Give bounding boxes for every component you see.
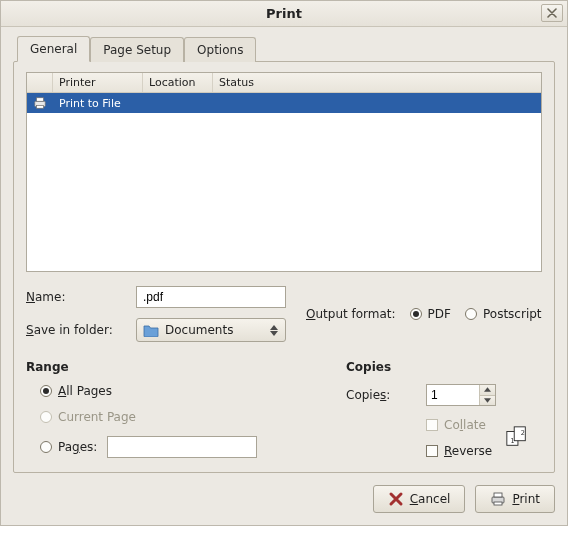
svg-rect-9 <box>494 502 502 505</box>
combo-arrows-icon <box>267 325 281 336</box>
close-button[interactable] <box>541 4 563 22</box>
radio-postscript[interactable]: Postscript <box>465 307 542 321</box>
check-reverse-label: Reverse <box>444 444 492 458</box>
col-status[interactable]: Status <box>213 73 541 92</box>
printer-row[interactable]: Print to File <box>27 93 541 113</box>
titlebar: Print <box>1 1 567 27</box>
tab-label: General <box>30 42 77 56</box>
folder-icon <box>143 323 159 337</box>
check-collate-label: Collate <box>444 418 486 432</box>
printer-list[interactable]: Printer Location Status Print to File <box>26 72 542 272</box>
printer-list-header: Printer Location Status <box>27 73 541 93</box>
radio-postscript-label: Postscript <box>483 307 542 321</box>
radio-pdf-label: PDF <box>428 307 451 321</box>
radio-pdf[interactable]: PDF <box>410 307 451 321</box>
print-button[interactable]: Print <box>475 485 555 513</box>
radio-all-pages-label: All Pages <box>58 384 112 398</box>
svg-text:2: 2 <box>521 429 525 437</box>
print-dialog: Print General Page Setup Options Printer… <box>0 0 568 526</box>
radio-current-page-label: Current Page <box>58 410 136 424</box>
output-format-label: Output format: <box>306 307 396 321</box>
check-reverse[interactable]: Reverse <box>426 444 504 458</box>
range-section: Range All Pages Current Page Pages: <box>26 360 306 458</box>
copies-section: Copies Copies: Collate <box>346 360 542 458</box>
copies-title: Copies <box>346 360 542 374</box>
radio-all-pages[interactable]: All Pages <box>40 384 306 398</box>
copies-stepper[interactable] <box>426 384 496 406</box>
radio-pages-label: Pages: <box>58 440 97 454</box>
tab-general[interactable]: General <box>17 36 90 62</box>
col-icon <box>27 73 53 92</box>
range-title: Range <box>26 360 306 374</box>
range-copies-sections: Range All Pages Current Page Pages: Copi… <box>26 360 542 458</box>
printer-icon <box>27 96 53 110</box>
copies-label: Copies: <box>346 388 426 402</box>
print-label: Print <box>512 492 540 506</box>
save-folder-label: Save in folder: <box>26 323 126 337</box>
collate-preview-icon: 1 2 <box>504 425 542 452</box>
name-field[interactable] <box>136 286 286 308</box>
check-collate: Collate <box>426 418 504 432</box>
svg-rect-8 <box>494 493 502 497</box>
copies-value[interactable] <box>427 385 479 405</box>
printer-name: Print to File <box>53 97 541 110</box>
file-settings: Name: Output format: PDF Postscript Save… <box>26 286 542 342</box>
cancel-button[interactable]: Cancel <box>373 485 466 513</box>
col-printer[interactable]: Printer <box>53 73 143 92</box>
spin-up[interactable] <box>480 385 495 396</box>
save-folder-combo[interactable]: Documents <box>136 318 286 342</box>
printer-list-body: Print to File <box>27 93 541 271</box>
radio-current-page: Current Page <box>40 410 306 424</box>
tabstrip: General Page Setup Options <box>17 35 555 61</box>
button-bar: Cancel Print <box>13 485 555 513</box>
print-icon <box>490 491 506 507</box>
col-location[interactable]: Location <box>143 73 213 92</box>
name-label: Name: <box>26 290 126 304</box>
radio-pages[interactable]: Pages: <box>40 440 97 454</box>
tab-page-general: Printer Location Status Print to File Na… <box>13 61 555 473</box>
cancel-label: Cancel <box>410 492 451 506</box>
cancel-icon <box>388 491 404 507</box>
spin-buttons <box>479 385 495 405</box>
svg-rect-1 <box>37 98 44 102</box>
spin-down[interactable] <box>480 396 495 406</box>
svg-rect-2 <box>37 106 44 109</box>
save-folder-value: Documents <box>165 323 267 337</box>
dialog-body: General Page Setup Options Printer Locat… <box>1 27 567 525</box>
output-format-group: Output format: PDF Postscript <box>306 307 542 321</box>
tab-label: Options <box>197 43 243 57</box>
tab-page-setup[interactable]: Page Setup <box>90 37 184 62</box>
tab-options[interactable]: Options <box>184 37 256 62</box>
window-title: Print <box>266 6 302 21</box>
tab-label: Page Setup <box>103 43 171 57</box>
pages-field[interactable] <box>107 436 257 458</box>
close-icon <box>547 8 557 18</box>
